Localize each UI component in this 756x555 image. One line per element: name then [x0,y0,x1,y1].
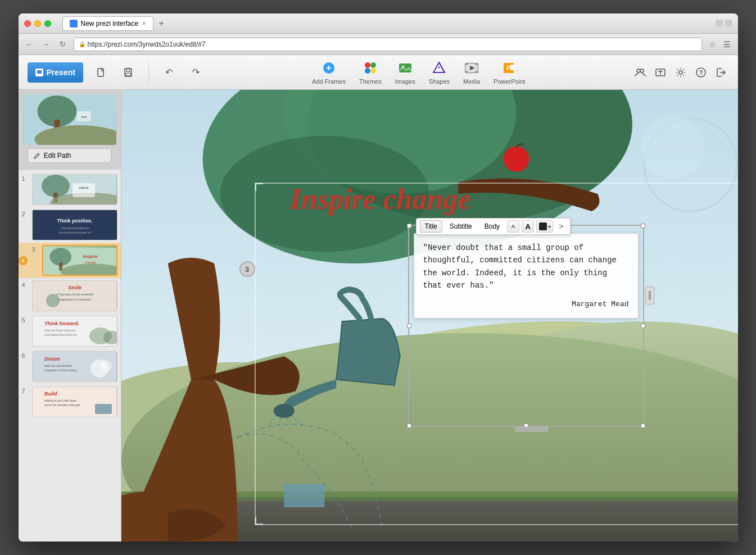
slide-item-2[interactable]: 2 Think positive. a few deep thoughts on… [19,207,121,243]
svg-point-10 [370,68,376,74]
slide-number-1: 1 [22,174,29,182]
slide-item-3[interactable]: 3 3 Inspire change [19,243,121,278]
new-tab-button[interactable]: + [156,18,167,29]
present-button[interactable]: Present [28,62,83,83]
maximize-button[interactable] [44,20,51,27]
slide-item-1[interactable]: 1 Library [19,172,121,207]
app-toolbar: Present ↶ ↷ + Add Frames [19,55,738,90]
slides-list: 1 Library 2 [19,170,121,542]
font-color-button[interactable]: ▾ [536,220,553,233]
svg-text:Inspire: Inspire [83,254,97,259]
svg-point-7 [365,62,370,68]
add-frames-tool[interactable]: + Add Frames [312,60,346,85]
bookmark-button[interactable]: ☆ [707,38,719,51]
svg-rect-39 [73,183,95,197]
svg-point-67 [101,360,112,371]
svg-text:Think forward.: Think forward. [44,321,79,326]
slide-overview-section: text Edit Path [19,90,121,170]
save-button[interactable] [119,63,137,81]
back-button[interactable]: ← [23,38,35,51]
format-subtitle-button[interactable]: Subtitle [445,220,477,233]
tab-close-icon[interactable]: ✕ [142,20,146,26]
main-content: text Edit Path 1 [19,90,738,542]
browser-tab[interactable]: New prezi interface ✕ [62,16,154,31]
text-content-box[interactable]: "Never doubt that a small group of thoug… [414,233,639,319]
color-swatch [539,222,547,230]
help-button[interactable]: ? [693,65,709,80]
menu-button[interactable]: ☰ [721,38,734,51]
redo-button[interactable]: ↷ [187,63,205,81]
format-title-button[interactable]: Title [420,220,442,233]
slide-thumb-1: Library [32,174,117,205]
shapes-tool[interactable]: Shapes [429,60,450,85]
users-button[interactable] [632,65,648,80]
share-button[interactable] [653,65,668,80]
undo-button[interactable]: ↶ [160,63,178,81]
present-icon [35,69,43,76]
reload-button[interactable]: ↻ [57,38,69,51]
svg-point-55 [46,294,60,307]
svg-point-13 [438,67,440,69]
svg-rect-41 [33,210,116,240]
address-bar[interactable]: 🔒 https://prezi.com/3ynwds2o1vuk/edit/#7 [74,38,702,51]
slide-thumb-6: Dream build your most beautiful imaginat… [32,351,117,382]
sidebar: text Edit Path 1 [19,90,121,542]
svg-text:+: + [326,63,331,72]
canvas-number-badge: 3 [239,261,255,277]
svg-point-24 [640,69,644,72]
slide-thumb-2: Think positive. a few deep thoughts on t… [32,210,117,240]
powerpoint-icon: P [501,60,518,76]
resize-handle-right[interactable] [645,286,654,304]
main-tools: + Add Frames Themes [214,60,623,85]
quote-text: "Never doubt that a small group of thoug… [423,242,629,292]
svg-text:the transforming power of: the transforming power of [58,231,90,234]
title-bar: New prezi interface ✕ + [19,13,738,34]
font-size-small-button[interactable]: A [507,220,519,233]
add-frames-label: Add Frames [312,78,346,85]
svg-point-86 [503,146,528,171]
images-label: Images [395,78,415,85]
canvas-area[interactable]: Inspire change 3 Title Subtitle Body A A [121,90,738,542]
settings-button[interactable] [673,65,689,80]
images-tool[interactable]: Images [395,60,415,85]
slide-item-7[interactable]: 7 Build building on each other ideas, an… [19,384,121,420]
svg-text:think determines what you: think determines what you [44,333,77,336]
svg-rect-17 [475,63,478,65]
svg-text:P: P [507,65,511,71]
slide-item-4[interactable]: 4 Smile a Prezi story by the wordsmith i… [19,278,121,313]
close-button[interactable] [24,20,31,27]
slide-item-6[interactable]: 6 Dream build your most beautiful imagin… [19,349,121,384]
logout-button[interactable] [713,65,729,80]
svg-text:and on the shoulders of though: and on the shoulders of thought [44,404,80,407]
tab-title: New prezi interface [81,20,139,28]
forward-button[interactable]: → [40,38,52,51]
edit-path-button[interactable]: Edit Path [28,148,111,163]
new-file-button[interactable] [92,63,110,81]
svg-rect-18 [465,71,468,72]
slide-item-5[interactable]: 5 Think forward. How you frame what you … [19,313,121,349]
svg-point-94 [641,116,705,180]
powerpoint-label: PowerPoint [494,78,525,85]
svg-text:a few deep thoughts on: a few deep thoughts on [60,226,89,230]
minimize-button[interactable] [34,20,41,27]
slide-number-4: 4 [22,280,29,288]
format-body-button[interactable]: Body [479,220,505,233]
overview-canvas: text [23,94,116,145]
svg-point-8 [370,62,376,68]
browser-chrome: ← → ↻ 🔒 https://prezi.com/3ynwds2o1vuk/e… [19,34,738,55]
scrollbar-bottom[interactable] [515,426,549,432]
powerpoint-tool[interactable]: P PowerPoint [494,60,525,85]
media-tool[interactable]: Media [463,60,480,85]
slide-overview-thumbnail[interactable]: text [23,94,116,145]
themes-label: Themes [359,78,382,85]
slide-number-2: 2 [22,210,29,217]
svg-point-23 [637,69,640,72]
author-text: Margaret Mead [423,299,629,311]
svg-text:a Prezi story by the wordsmith: a Prezi story by the wordsmith [56,293,93,296]
svg-rect-19 [475,71,478,72]
format-next-button[interactable]: > [555,220,567,233]
url-text: https://prezi.com/3ynwds2o1vuk/edit/#7 [88,40,206,48]
svg-text:change: change [84,260,96,264]
themes-tool[interactable]: Themes [359,60,382,85]
font-size-large-button[interactable]: A [522,220,534,233]
